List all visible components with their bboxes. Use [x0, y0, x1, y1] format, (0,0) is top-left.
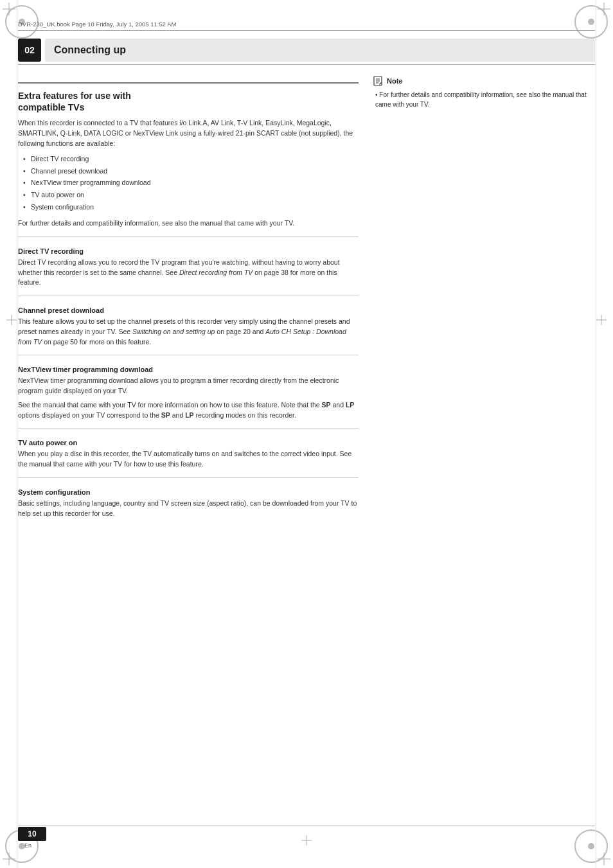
footer-rule: [18, 826, 595, 826]
crosshair-mid-left: [6, 315, 17, 325]
chapter-rule: [18, 64, 595, 65]
intro-text: When this recorder is connected to a TV …: [18, 118, 359, 148]
subsection-channel-preset: Channel preset download This feature all…: [18, 296, 359, 347]
subsection-nextview: NexTView timer programming download NexT…: [18, 355, 359, 420]
subsection-title-nextview: NexTView timer programming download: [18, 366, 359, 373]
bullet-item-4: TV auto power on: [23, 189, 359, 201]
subsection-body-tv-auto-power: When you play a disc in this recorder, t…: [18, 449, 359, 470]
subsection-title-tv-auto-power: TV auto power on: [18, 439, 359, 447]
left-border-line: [17, 0, 17, 868]
note-label: Note: [387, 77, 402, 85]
crosshair-mid-right: [596, 315, 607, 325]
closing-text: For further details and compatibility in…: [18, 218, 359, 229]
crosshair-br: [598, 853, 610, 865]
subsection-body-system-config: Basic settings, including language, coun…: [18, 499, 359, 519]
page-number-box: 10: [18, 827, 46, 841]
file-info: DVR-230_UK.book Page 10 Friday, July 1, …: [18, 21, 176, 28]
subsection-title-system-config: System configuration: [18, 488, 359, 496]
crosshair-bl: [3, 853, 15, 865]
section-title: Extra features for use with compatible T…: [18, 90, 359, 113]
page-number: 10: [28, 829, 36, 838]
crosshair-bottom-center: [301, 835, 312, 846]
bullet-item-3: NexTView timer programming download: [23, 177, 359, 189]
chapter-title: Connecting up: [54, 44, 126, 56]
bullet-item-1: Direct TV recording: [23, 153, 359, 165]
subsection-system-config: System configuration Basic settings, inc…: [18, 477, 359, 519]
note-header: Note: [373, 76, 591, 86]
chapter-title-bar: Connecting up: [45, 39, 595, 62]
subsection-body-direct-tv: Direct TV recording allows you to record…: [18, 258, 359, 288]
header-bar: DVR-230_UK.book Page 10 Friday, July 1, …: [18, 18, 595, 30]
subsection-title-channel-preset: Channel preset download: [18, 306, 359, 314]
subsection-body-nextview-1: NexTView timer programming download allo…: [18, 376, 359, 396]
bullet-item-2: Channel preset download: [23, 165, 359, 177]
crosshair-tr: [598, 3, 610, 15]
subsection-title-direct-tv: Direct TV recording: [18, 247, 359, 255]
page-lang: En: [24, 842, 31, 849]
subsection-tv-auto-power: TV auto power on When you play a disc in…: [18, 428, 359, 470]
section-top-rule: [18, 82, 359, 84]
subsection-body-nextview-2: See the manual that came with your TV fo…: [18, 400, 359, 421]
bullet-item-5: System configuration: [23, 201, 359, 213]
header-rule: [18, 30, 595, 31]
bullet-list: Direct TV recording Channel preset downl…: [18, 153, 359, 213]
note-text-1: • For further details and compatibility …: [373, 90, 591, 109]
chapter-number: 02: [18, 39, 41, 62]
crosshair-tl: [3, 3, 15, 15]
note-icon: [373, 76, 383, 86]
right-border-line: [596, 0, 596, 868]
subsection-direct-tv: Direct TV recording Direct TV recording …: [18, 236, 359, 288]
subsection-body-channel-preset: This feature allows you to set up the ch…: [18, 317, 359, 347]
note-box: Note • For further details and compatibi…: [373, 76, 591, 109]
main-content: Extra features for use with compatible T…: [18, 76, 359, 529]
